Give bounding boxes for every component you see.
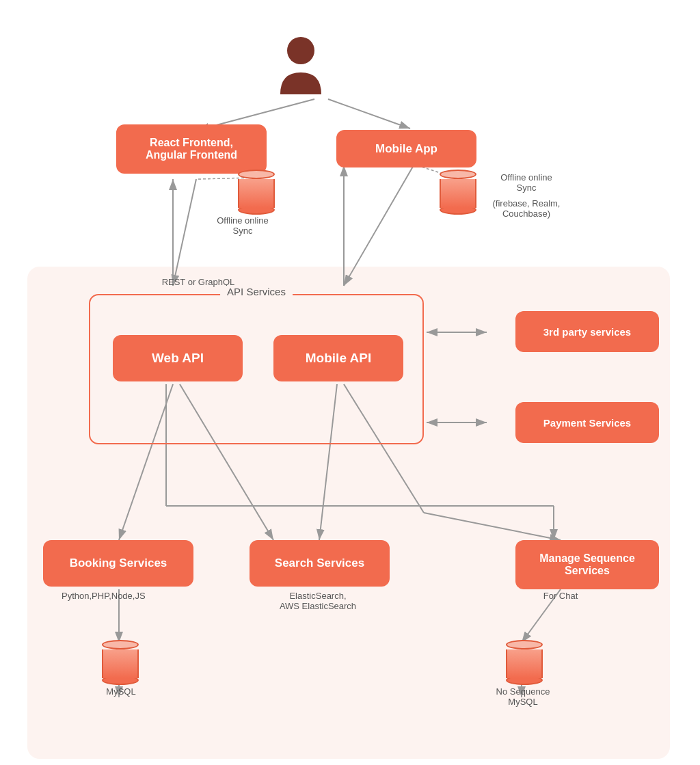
manage-db-cylinder bbox=[506, 640, 543, 685]
left-db-cylinder bbox=[238, 170, 275, 215]
third-party-label: 3rd party services bbox=[543, 326, 631, 338]
search-label: Search Services bbox=[275, 556, 364, 570]
svg-line-4 bbox=[328, 99, 410, 129]
python-label: Python,PHP,Node,JS bbox=[62, 591, 146, 601]
mobile-app-box: Mobile App bbox=[336, 130, 476, 167]
payment-box: Payment Services bbox=[515, 402, 659, 443]
react-frontend-label: React Frontend,Angular Frontend bbox=[146, 137, 237, 161]
mobile-app-label: Mobile App bbox=[375, 142, 438, 156]
web-api-box: Web API bbox=[113, 335, 243, 381]
mobile-api-box: Mobile API bbox=[273, 335, 403, 381]
api-services-label: API Services bbox=[220, 286, 293, 297]
payment-label: Payment Services bbox=[543, 417, 631, 429]
booking-db-cylinder bbox=[102, 640, 139, 685]
search-box: Search Services bbox=[250, 540, 390, 587]
diagram-container: React Frontend,Angular Frontend Mobile A… bbox=[0, 0, 700, 765]
third-party-box: 3rd party services bbox=[515, 311, 659, 352]
svg-point-26 bbox=[287, 37, 314, 64]
firebase-label: (firebase, Realm,Couchbase) bbox=[472, 198, 581, 219]
mysql-left-label: MySQL bbox=[97, 686, 145, 697]
web-api-label: Web API bbox=[152, 351, 204, 366]
user-icon bbox=[260, 33, 342, 94]
manage-sequence-label: Manage SequenceServices bbox=[539, 552, 635, 577]
offline-sync-left-label: Offline onlineSync bbox=[205, 215, 280, 236]
booking-box: Booking Services bbox=[43, 540, 193, 587]
booking-label: Booking Services bbox=[70, 556, 167, 570]
no-sequence-label: No SequenceMySQL bbox=[485, 686, 561, 707]
for-chat-label: For Chat bbox=[526, 591, 595, 601]
mobile-api-label: Mobile API bbox=[306, 351, 371, 366]
elastic-label: ElasticSearch,AWS ElasticSearch bbox=[256, 591, 379, 611]
offline-sync-right-label: Offline onlineSync bbox=[472, 172, 581, 193]
manage-sequence-box: Manage SequenceServices bbox=[515, 540, 659, 589]
right-db-cylinder bbox=[440, 170, 476, 215]
react-frontend-box: React Frontend,Angular Frontend bbox=[116, 124, 267, 174]
